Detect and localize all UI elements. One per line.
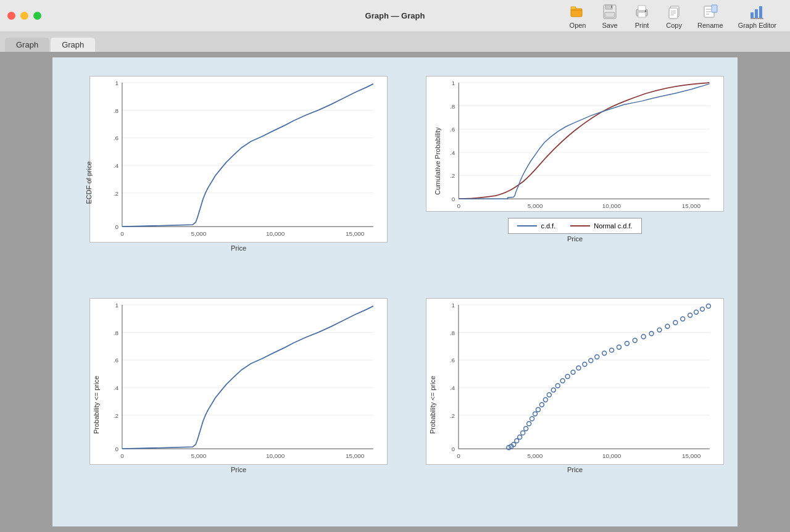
svg-point-104 bbox=[530, 417, 534, 421]
svg-point-131 bbox=[694, 310, 699, 314]
svg-point-116 bbox=[583, 362, 587, 367]
open-button[interactable]: Open bbox=[563, 1, 592, 31]
svg-text:.4: .4 bbox=[450, 149, 455, 156]
svg-point-121 bbox=[617, 345, 621, 349]
svg-point-110 bbox=[551, 388, 555, 392]
svg-text:0: 0 bbox=[115, 446, 118, 452]
svg-text:5,000: 5,000 bbox=[528, 202, 543, 209]
svg-point-101 bbox=[521, 431, 525, 435]
svg-text:10,000: 10,000 bbox=[602, 452, 622, 459]
bottom-right-plot: 0 .2 .4 .6 .8 1 0 5,000 10,000 15,000 bbox=[426, 298, 724, 465]
svg-point-122 bbox=[625, 341, 629, 346]
svg-point-117 bbox=[589, 359, 593, 363]
svg-point-115 bbox=[576, 366, 581, 370]
svg-point-130 bbox=[688, 313, 692, 317]
graph-top-left: ECDF of price 0 bbox=[59, 70, 395, 292]
open-icon bbox=[569, 3, 586, 20]
svg-text:10,000: 10,000 bbox=[266, 452, 285, 459]
svg-point-129 bbox=[681, 317, 685, 321]
svg-point-113 bbox=[565, 375, 570, 379]
svg-text:.4: .4 bbox=[450, 384, 455, 391]
legend-normal-label: Normal c.d.f. bbox=[594, 222, 632, 230]
svg-rect-22 bbox=[759, 6, 762, 18]
svg-text:10,000: 10,000 bbox=[602, 202, 622, 209]
svg-text:0: 0 bbox=[120, 452, 124, 459]
legend-cdf-line bbox=[517, 225, 537, 227]
svg-point-99 bbox=[515, 439, 519, 443]
svg-text:1: 1 bbox=[452, 80, 455, 86]
bottom-left-x-label: Price bbox=[89, 466, 388, 473]
svg-point-125 bbox=[649, 331, 654, 336]
svg-rect-16 bbox=[712, 5, 717, 12]
tab-graph-1[interactable]: Graph bbox=[5, 38, 49, 52]
svg-text:0: 0 bbox=[457, 202, 460, 209]
svg-point-102 bbox=[524, 426, 528, 431]
legend-normal-cdf: Normal c.d.f. bbox=[570, 222, 632, 230]
svg-rect-7 bbox=[638, 12, 646, 17]
svg-rect-5 bbox=[611, 6, 612, 8]
svg-text:.2: .2 bbox=[114, 412, 119, 419]
tab-graph-2[interactable]: Graph bbox=[51, 38, 95, 52]
save-button[interactable]: Save bbox=[595, 1, 625, 31]
top-right-y-label: Cumulative Probability bbox=[434, 127, 441, 194]
print-button[interactable]: Print bbox=[627, 1, 657, 31]
tabbar: Graph Graph bbox=[0, 32, 790, 52]
svg-point-124 bbox=[641, 335, 646, 339]
svg-text:5,000: 5,000 bbox=[528, 452, 543, 459]
rename-button[interactable]: Rename bbox=[691, 1, 730, 31]
svg-text:.2: .2 bbox=[450, 412, 455, 419]
svg-point-109 bbox=[547, 393, 551, 397]
minimize-button[interactable] bbox=[20, 12, 28, 20]
svg-text:.6: .6 bbox=[114, 135, 119, 141]
bottom-right-x-label: Price bbox=[426, 466, 724, 473]
window-controls bbox=[7, 12, 41, 20]
svg-text:.2: .2 bbox=[450, 172, 455, 179]
close-button[interactable] bbox=[7, 12, 15, 20]
svg-point-100 bbox=[518, 435, 522, 439]
svg-text:0: 0 bbox=[451, 446, 455, 452]
bottom-left-y-label: Probability <= price bbox=[93, 375, 100, 433]
svg-point-9 bbox=[645, 10, 646, 11]
svg-point-127 bbox=[665, 324, 670, 328]
graph-editor-button[interactable]: Graph Editor bbox=[732, 1, 783, 31]
svg-rect-1 bbox=[571, 7, 576, 9]
titlebar: Graph — Graph Open bbox=[0, 0, 790, 32]
svg-text:.4: .4 bbox=[114, 162, 119, 169]
print-icon bbox=[633, 3, 651, 20]
svg-text:.4: .4 bbox=[114, 384, 119, 391]
legend-normal-line bbox=[570, 225, 590, 227]
bottom-left-plot: 0 .2 .4 .6 .8 1 0 5,000 10,000 15,000 bbox=[89, 298, 388, 465]
legend-cdf: c.d.f. bbox=[517, 222, 555, 230]
svg-text:.8: .8 bbox=[450, 103, 455, 110]
top-left-plot: 0 .2 .4 .6 .8 1 0 5,000 10,000 15,000 bbox=[89, 76, 388, 243]
svg-text:1: 1 bbox=[115, 80, 118, 86]
svg-point-118 bbox=[595, 355, 599, 359]
svg-text:1: 1 bbox=[115, 302, 118, 309]
svg-point-105 bbox=[533, 412, 538, 416]
svg-text:15,000: 15,000 bbox=[346, 452, 365, 459]
svg-point-103 bbox=[527, 422, 531, 426]
svg-text:0: 0 bbox=[457, 452, 460, 459]
svg-point-132 bbox=[700, 307, 704, 311]
copy-label: Copy bbox=[666, 22, 682, 29]
maximize-button[interactable] bbox=[33, 12, 41, 20]
svg-text:0: 0 bbox=[120, 230, 124, 237]
svg-point-106 bbox=[536, 407, 540, 412]
svg-rect-4 bbox=[605, 12, 615, 17]
svg-text:1: 1 bbox=[451, 302, 455, 309]
svg-point-111 bbox=[555, 383, 560, 388]
svg-text:.6: .6 bbox=[114, 357, 119, 364]
svg-text:.8: .8 bbox=[450, 330, 455, 336]
legend-cdf-label: c.d.f. bbox=[541, 222, 555, 230]
svg-text:0: 0 bbox=[452, 196, 455, 202]
save-icon bbox=[601, 3, 618, 20]
svg-rect-8 bbox=[638, 6, 646, 10]
graph-bottom-left: Probability <= price 0 bbox=[59, 292, 395, 514]
graph-editor-icon bbox=[749, 3, 766, 20]
svg-point-114 bbox=[571, 370, 575, 375]
print-label: Print bbox=[635, 22, 649, 29]
top-left-y-label: ECDF of price bbox=[85, 161, 93, 204]
copy-button[interactable]: Copy bbox=[659, 1, 689, 31]
graph-editor-label: Graph Editor bbox=[738, 22, 776, 29]
svg-point-120 bbox=[610, 348, 614, 352]
